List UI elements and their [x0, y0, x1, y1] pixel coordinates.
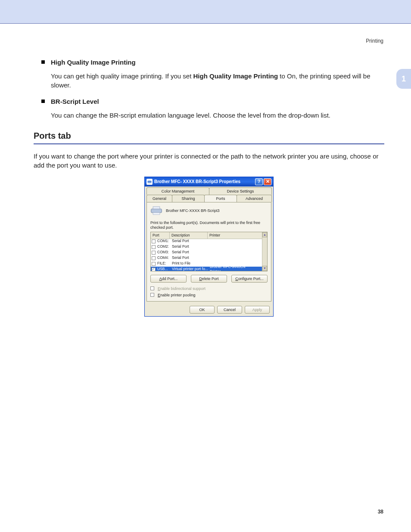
help-button[interactable]: ? — [255, 178, 263, 185]
scroll-down-icon[interactable]: ▼ — [262, 266, 267, 271]
bidi-label: Enable bidirectional support — [158, 286, 206, 291]
dialog-title-text: Brother MFC- XXXX BR-Script3 Properties — [154, 179, 254, 185]
port-list-scrollbar[interactable]: ▲ ▼ — [262, 232, 267, 271]
svg-rect-0 — [148, 181, 152, 183]
port-cell: USB... — [157, 267, 172, 271]
svg-rect-4 — [153, 207, 160, 209]
page-header-label: Printing — [366, 38, 383, 44]
port-list: Port Description Printer COM1:Serial Por… — [150, 232, 268, 271]
checkbox-icon — [150, 286, 154, 290]
text-segment: You can change the BR-script emulation l… — [51, 112, 330, 119]
dialog-titlebar[interactable]: Brother MFC- XXXX BR-Script3 Properties … — [145, 177, 273, 187]
printer-name-row: Brother MFC-XXXX BR-Script3 — [150, 206, 268, 215]
checkbox-icon[interactable] — [152, 256, 156, 260]
port-cell: COM4: — [157, 255, 172, 260]
heading-rule — [34, 143, 384, 144]
top-color-band — [0, 0, 411, 24]
port-buttons-row: Add Port... Delete Port Configure Port..… — [150, 275, 268, 283]
delete-port-button[interactable]: Delete Port — [191, 275, 227, 283]
tab-advanced[interactable]: Advanced — [237, 195, 272, 202]
bidi-checkbox-line: Enable bidirectional support — [150, 286, 268, 291]
pooling-checkbox-line[interactable]: Enable printer pooling — [150, 292, 268, 298]
port-cell: COM3: — [157, 250, 172, 255]
bullet-item-br-script: BR-Script Level — [34, 97, 384, 106]
col-header-description[interactable]: Description — [170, 232, 208, 239]
col-header-printer[interactable]: Printer — [208, 232, 267, 239]
port-row[interactable]: USB...Virtual printer port fo...Brother … — [151, 267, 262, 271]
desc-cell: Serial Port — [172, 250, 210, 255]
svg-rect-1 — [148, 180, 151, 180]
section-heading-ports: Ports tab — [34, 130, 384, 142]
scroll-up-icon[interactable]: ▲ — [262, 232, 267, 237]
text-bold-segment: High Quality Image Printing — [193, 72, 278, 80]
close-button[interactable]: ✕ — [264, 178, 271, 185]
col-header-port[interactable]: Port — [151, 232, 170, 239]
bullet-square-icon — [41, 100, 45, 103]
tabs-row-top: Color Management Device Settings — [145, 187, 273, 195]
checkbox-icon[interactable] — [152, 268, 156, 271]
bullet-title: High Quality Image Printing — [51, 59, 136, 66]
section-paragraph: If you want to change the port where you… — [34, 152, 384, 170]
tab-sharing[interactable]: Sharing — [172, 195, 205, 202]
checkbox-icon[interactable] — [152, 251, 156, 255]
port-row[interactable]: COM4:Serial Port — [151, 255, 262, 261]
tab-panel: Brother MFC-XXXX BR-Script3 Print to the… — [146, 202, 271, 302]
page-number: 38 — [378, 509, 383, 515]
svg-rect-3 — [151, 209, 162, 213]
properties-dialog: Brother MFC- XXXX BR-Script3 Properties … — [144, 177, 274, 317]
port-row[interactable]: COM3:Serial Port — [151, 250, 262, 255]
tab-device-settings[interactable]: Device Settings — [209, 187, 272, 195]
bullet-body-hq-image: You can get high quality image printing.… — [34, 72, 384, 90]
checkbox-icon[interactable] — [152, 262, 156, 266]
desc-cell: Serial Port — [172, 244, 210, 249]
bullet-item-hq-image: High Quality Image Printing — [34, 58, 384, 67]
bullet-square-icon — [41, 60, 45, 64]
tab-color-management[interactable]: Color Management — [146, 187, 209, 195]
printer-icon — [146, 179, 153, 185]
bullet-title: BR-Script Level — [51, 98, 99, 105]
port-row[interactable]: COM2:Serial Port — [151, 244, 262, 250]
ok-button[interactable]: OK — [190, 306, 215, 314]
printer-large-icon — [150, 206, 162, 215]
tabs-row-bottom: General Sharing Ports Advanced — [145, 195, 273, 202]
checkbox-icon[interactable] — [152, 240, 156, 243]
printer-name-label: Brother MFC-XXXX BR-Script3 — [166, 208, 220, 213]
printer-cell: Brother MFC-9440CN Printer,... — [210, 264, 261, 271]
dialog-wrap: Brother MFC- XXXX BR-Script3 Properties … — [144, 177, 274, 317]
port-list-body: COM1:Serial Port COM2:Serial Port COM3:S… — [151, 239, 262, 271]
port-list-header: Port Description Printer — [151, 232, 267, 239]
cancel-button[interactable]: Cancel — [217, 306, 242, 314]
apply-button[interactable]: Apply — [245, 306, 270, 314]
dialog-footer: OK Cancel Apply — [145, 303, 273, 316]
desc-cell: Print to File — [172, 261, 210, 266]
instruction-text: Print to the following port(s). Document… — [150, 221, 268, 230]
port-cell: COM2: — [157, 244, 172, 249]
desc-cell: Virtual printer port fo... — [172, 267, 210, 271]
text-segment: You can get high quality image printing.… — [51, 72, 193, 80]
chapter-tab: 1 — [396, 69, 411, 89]
checkbox-icon[interactable] — [150, 293, 154, 297]
checkbox-icon[interactable] — [152, 245, 156, 249]
main-content: High Quality Image Printing You can get … — [34, 58, 384, 317]
tab-ports[interactable]: Ports — [204, 195, 237, 202]
add-port-button[interactable]: Add Port... — [150, 275, 187, 283]
tab-general[interactable]: General — [146, 195, 172, 202]
desc-cell: Serial Port — [172, 239, 210, 243]
svg-rect-5 — [153, 213, 160, 215]
pooling-label: Enable printer pooling — [158, 292, 196, 298]
configure-port-button[interactable]: Configure Port... — [231, 275, 268, 283]
svg-rect-2 — [148, 183, 151, 184]
port-cell: FILE: — [157, 261, 172, 266]
desc-cell: Serial Port — [172, 255, 210, 260]
port-cell: COM1: — [157, 239, 172, 243]
port-row[interactable]: COM1:Serial Port — [151, 239, 262, 244]
bullet-body-br-script: You can change the BR-script emulation l… — [34, 111, 384, 120]
